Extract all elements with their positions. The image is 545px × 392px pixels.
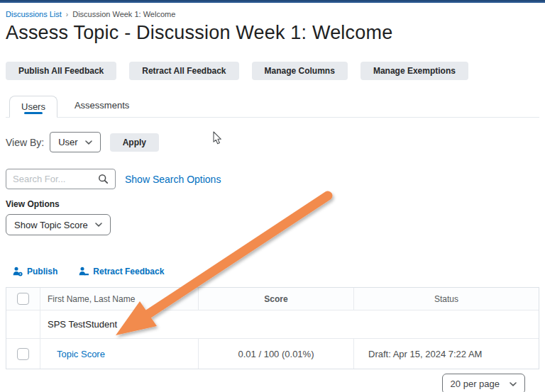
apply-button[interactable]: Apply (110, 133, 159, 152)
publish-link[interactable]: Publish (13, 267, 57, 276)
topic-score-cell: Topic Score (40, 339, 198, 369)
row-checkbox-cell (6, 339, 40, 369)
score-value: 0.01 / 100 (0.01%) (198, 339, 353, 369)
row-checkbox[interactable] (17, 348, 29, 360)
table-group-row: SPS TestStudent (6, 310, 539, 339)
header-checkbox-cell (6, 288, 40, 310)
view-options-select[interactable]: Show Topic Score (6, 214, 111, 235)
publish-person-icon (13, 267, 23, 276)
topic-score-link[interactable]: Topic Score (57, 349, 105, 359)
breadcrumb-link-discussions-list[interactable]: Discussions List (6, 10, 62, 18)
group-student-name: SPS TestStudent (40, 310, 539, 338)
tab-assessments[interactable]: Assessments (57, 100, 129, 117)
chevron-down-icon (510, 382, 517, 386)
show-search-options-link[interactable]: Show Search Options (125, 174, 221, 185)
search-row: Show Search Options (6, 169, 539, 189)
tab-bar: Users Assessments (6, 96, 539, 118)
page-content: Discussions List › Discussion Week 1: We… (0, 3, 545, 392)
retract-person-icon (79, 267, 89, 276)
search-box (6, 169, 116, 189)
tab-assessments-label: Assessments (75, 100, 129, 111)
publish-all-feedback-button[interactable]: Publish All Feedback (6, 62, 116, 80)
chevron-down-icon (95, 223, 102, 227)
active-tab-underline (24, 112, 43, 114)
users-table: First Name, Last Name Score Status SPS T… (6, 287, 539, 369)
chevron-down-icon (85, 140, 92, 145)
search-icon[interactable] (98, 174, 109, 184)
view-options-label: View Options (6, 199, 539, 209)
header-status: Status (353, 288, 539, 310)
status-value: Draft: Apr 15, 2024 7:22 AM (353, 339, 539, 369)
view-by-select[interactable]: User (50, 132, 100, 152)
view-options-selected-value: Show Topic Score (14, 220, 88, 230)
assess-topic-page: Discussions List › Discussion Week 1: We… (0, 0, 545, 392)
toolbar: Publish All Feedback Retract All Feedbac… (6, 62, 539, 80)
publish-link-label: Publish (27, 267, 57, 276)
page-title: Assess Topic - Discussion Week 1: Welcom… (6, 22, 539, 44)
table-header-row: First Name, Last Name Score Status (6, 288, 539, 310)
tab-users-label: Users (21, 101, 45, 112)
feedback-actions-row: Publish Retract Feedback (6, 267, 539, 276)
search-input[interactable] (13, 174, 98, 184)
header-score: Score (198, 288, 353, 310)
table-row: Topic Score 0.01 / 100 (0.01%) Draft: Ap… (6, 339, 539, 369)
retract-feedback-link-label: Retract Feedback (93, 267, 164, 276)
group-checkbox-cell (6, 310, 40, 338)
retract-feedback-link[interactable]: Retract Feedback (79, 267, 164, 276)
per-page-select[interactable]: 20 per page (442, 374, 525, 392)
manage-exemptions-button[interactable]: Manage Exemptions (360, 62, 468, 80)
view-by-label: View By: (6, 137, 44, 148)
breadcrumb-current: Discussion Week 1: Welcome (72, 10, 175, 18)
view-by-row: View By: User Apply (6, 132, 539, 152)
retract-all-feedback-button[interactable]: Retract All Feedback (129, 62, 238, 80)
header-name: First Name, Last Name (40, 288, 198, 310)
manage-columns-button[interactable]: Manage Columns (252, 62, 348, 80)
select-all-checkbox[interactable] (17, 293, 29, 305)
breadcrumb: Discussions List › Discussion Week 1: We… (6, 10, 539, 18)
per-page-selected-value: 20 per page (451, 379, 500, 389)
breadcrumb-separator-icon: › (66, 11, 68, 18)
tab-users[interactable]: Users (9, 96, 57, 118)
view-by-selected-value: User (58, 137, 77, 147)
pager-row: 20 per page (6, 374, 539, 392)
